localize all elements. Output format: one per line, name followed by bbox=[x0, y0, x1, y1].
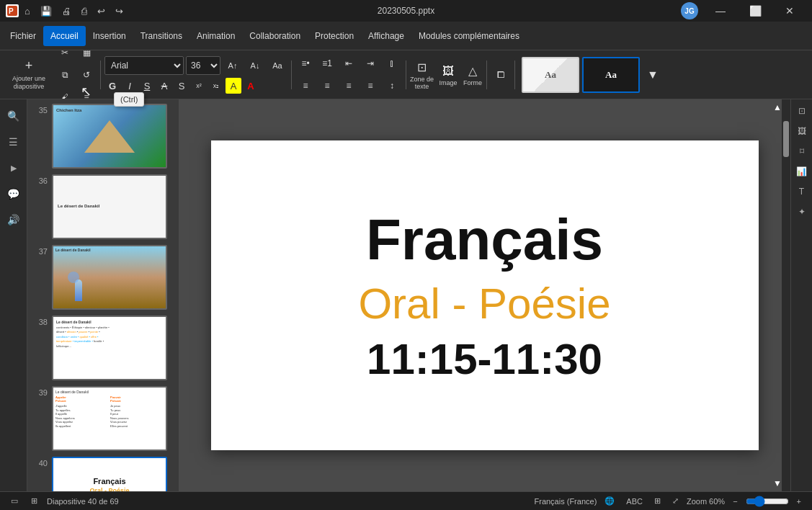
bold-button[interactable]: G bbox=[104, 78, 120, 94]
print2-icon[interactable]: ⎙ bbox=[81, 6, 87, 17]
zone-texte-button[interactable]: ⊡ bbox=[412, 60, 432, 76]
language-button[interactable]: 🌐 bbox=[601, 495, 618, 507]
slide-thumb-40[interactable]: Français Oral - Poésie 11:15-11:30 bbox=[52, 457, 167, 491]
clear-format-button[interactable]: Aa bbox=[267, 55, 287, 76]
plus-icon: + bbox=[25, 58, 33, 73]
close-button[interactable]: ✕ bbox=[773, 0, 806, 22]
zoom-in-button[interactable]: + bbox=[793, 496, 805, 507]
right-sidebar-btn-6[interactable]: ✦ bbox=[793, 203, 811, 220]
menu-modules[interactable]: Modules complémentaires bbox=[411, 26, 527, 46]
forme-button[interactable]: △ bbox=[463, 63, 483, 79]
slide-item-37[interactable]: 37 Le désert de Danakil bbox=[30, 243, 176, 311]
print-icon[interactable]: 🖨 bbox=[62, 6, 71, 17]
zoom-slider[interactable] bbox=[746, 496, 789, 507]
menu-protection[interactable]: Protection bbox=[308, 26, 361, 46]
menu-fichier[interactable]: Fichier bbox=[3, 26, 43, 46]
right-sidebar-btn-1[interactable]: ⊡ bbox=[793, 102, 811, 120]
increase-indent-button[interactable]: ⇥ bbox=[360, 53, 380, 73]
slide-item-36[interactable]: 36 Le désert de Danakil bbox=[30, 173, 176, 241]
right-sidebar-btn-3[interactable]: ⌑ bbox=[793, 143, 811, 160]
sidebar-slideshow-button[interactable]: ▶ bbox=[3, 157, 24, 179]
right-sidebar-btn-5[interactable]: T bbox=[793, 183, 811, 200]
menu-collaboration[interactable]: Collaboration bbox=[242, 26, 308, 46]
decrease-indent-button[interactable]: ⇤ bbox=[339, 53, 359, 73]
reset-button[interactable]: ↺ bbox=[76, 65, 97, 85]
align-right-button[interactable]: ≡ bbox=[339, 76, 359, 96]
font-size-select[interactable]: 36 24 48 72 bbox=[186, 56, 220, 75]
redo-icon[interactable]: ↪ bbox=[115, 6, 123, 17]
align-justify-button[interactable]: ≡ bbox=[360, 76, 380, 96]
image-button[interactable]: 🖼 bbox=[438, 63, 458, 79]
slide-thumb-35[interactable]: Chichen Itza bbox=[52, 104, 167, 169]
slide-thumb-39[interactable]: Le désert de Danakil AppelerPrésent J'ap… bbox=[52, 386, 167, 451]
right-sidebar-btn-2[interactable]: 🖼 bbox=[793, 122, 811, 140]
layout-button[interactable]: ▦ bbox=[76, 50, 97, 63]
fit-window-button[interactable]: ⤢ bbox=[669, 495, 682, 507]
menu-accueil[interactable]: Accueil bbox=[43, 26, 86, 46]
theme-2[interactable]: Aa bbox=[582, 57, 640, 93]
columns-button[interactable]: ⫿ bbox=[382, 53, 402, 73]
strikethrough-button[interactable]: A bbox=[156, 78, 172, 94]
align-left-button[interactable]: ≡ bbox=[295, 76, 316, 96]
section-button[interactable]: ≡ bbox=[76, 87, 97, 100]
language-label: Français (France) bbox=[535, 497, 597, 506]
line-spacing-button[interactable]: ↕ bbox=[382, 76, 402, 96]
slide35-title-text: Chichen Itza bbox=[56, 108, 81, 112]
fit-slide-button[interactable]: ⊞ bbox=[651, 495, 664, 507]
italic-button[interactable]: I bbox=[122, 78, 138, 94]
home-icon[interactable]: ⌂ bbox=[24, 6, 30, 17]
right-sidebar-btn-4[interactable]: 📊 bbox=[793, 163, 811, 180]
highlight-button[interactable]: A bbox=[226, 78, 241, 94]
font-name-select[interactable]: Arial Calibri Times New Roman bbox=[104, 56, 184, 75]
arrange-button[interactable]: ⧠ bbox=[491, 65, 511, 85]
minimize-button[interactable]: — bbox=[704, 0, 737, 22]
scroll-up-button[interactable]: ▲ bbox=[773, 102, 782, 112]
slide-item-35[interactable]: 35 Chichen Itza bbox=[30, 102, 176, 170]
font-color-button[interactable]: A bbox=[243, 78, 259, 94]
format-painter-button[interactable]: 🖌 bbox=[55, 87, 75, 100]
user-avatar[interactable]: JG bbox=[681, 2, 698, 19]
main-scrollbar[interactable] bbox=[782, 99, 790, 491]
slide-sorter-button[interactable]: ⊞ bbox=[27, 495, 41, 507]
sidebar-comments-button[interactable]: 💬 bbox=[3, 183, 24, 205]
slide-mode-button[interactable]: ▭ bbox=[7, 495, 22, 507]
slide-item-39[interactable]: 39 Le désert de Danakil AppelerPrésent J… bbox=[30, 385, 176, 452]
menu-affichage[interactable]: Affichage bbox=[361, 26, 411, 46]
zoom-out-button[interactable]: − bbox=[729, 496, 741, 507]
save-icon[interactable]: 💾 bbox=[40, 6, 52, 17]
numbered-list-button[interactable]: ≡1 bbox=[317, 53, 337, 73]
theme-1[interactable]: Aa bbox=[522, 57, 579, 93]
shadow-button[interactable]: S bbox=[174, 78, 189, 94]
forme-label: Forme bbox=[463, 79, 482, 86]
slide-number-36: 36 bbox=[32, 174, 48, 185]
sidebar-audio-button[interactable]: 🔊 bbox=[3, 209, 24, 231]
app-icon: P bbox=[6, 4, 19, 17]
sidebar-menu-button[interactable]: ☰ bbox=[3, 131, 24, 153]
decrease-font-button[interactable]: A↓ bbox=[245, 55, 265, 76]
add-slide-button[interactable]: + Ajouter une diapositive bbox=[7, 56, 50, 94]
slide-item-40[interactable]: 40 Français Oral - Poésie 11:15-11:30 bbox=[30, 455, 176, 491]
subscript-button[interactable]: x₂ bbox=[208, 78, 224, 94]
menu-insertion[interactable]: Insertion bbox=[86, 26, 133, 46]
slide-item-38[interactable]: 38 Le désert de Danakil continents • Éth… bbox=[30, 314, 176, 382]
more-themes-button[interactable]: ▼ bbox=[643, 65, 663, 85]
slide38-title-text: Le désert de Danakil bbox=[56, 320, 163, 324]
slide-thumb-38[interactable]: Le désert de Danakil continents • Éthiop… bbox=[52, 316, 167, 380]
superscript-button[interactable]: x² bbox=[191, 78, 207, 94]
main-scrollbar-thumb[interactable] bbox=[783, 121, 789, 157]
undo-icon[interactable]: ↩ bbox=[97, 6, 105, 17]
spellcheck-button[interactable]: ABC bbox=[623, 496, 646, 507]
underline-button[interactable]: S bbox=[139, 78, 155, 94]
bullet-list-button[interactable]: ≡• bbox=[295, 53, 316, 73]
scroll-down-button[interactable]: ▼ bbox=[773, 478, 782, 488]
align-center-button[interactable]: ≡ bbox=[317, 76, 337, 96]
restore-button[interactable]: ⬜ bbox=[739, 0, 772, 22]
cut-button[interactable]: ✂ bbox=[55, 50, 75, 63]
menu-transitions[interactable]: Transitions bbox=[133, 26, 189, 46]
sidebar-search-button[interactable]: 🔍 bbox=[3, 105, 24, 127]
increase-font-button[interactable]: A↑ bbox=[223, 55, 243, 76]
copy-button[interactable]: ⧉ bbox=[55, 65, 75, 85]
menu-animation[interactable]: Animation bbox=[189, 26, 242, 46]
slide-thumb-37[interactable]: Le désert de Danakil bbox=[52, 245, 167, 310]
slide-thumb-36[interactable]: Le désert de Danakil bbox=[52, 174, 167, 239]
